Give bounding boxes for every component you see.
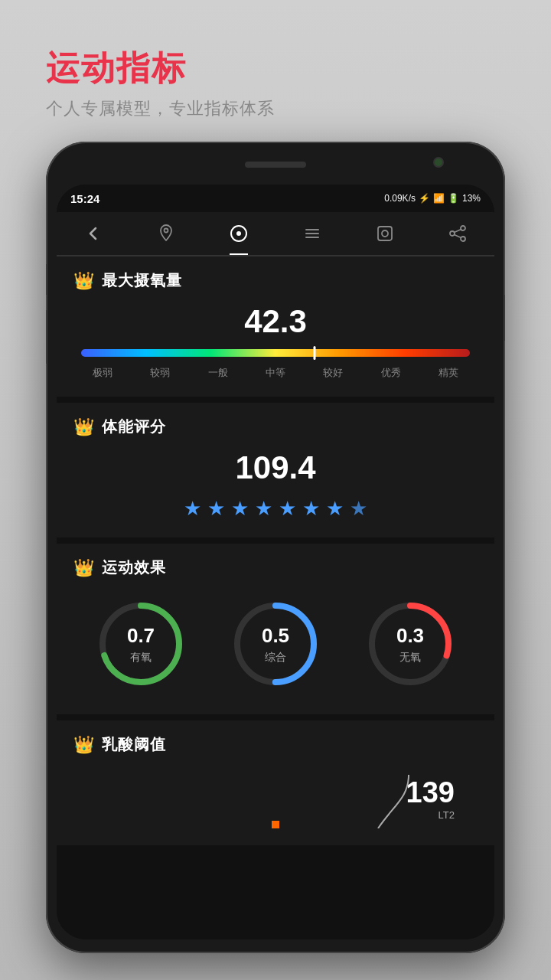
lactic-title: 乳酸阈值 xyxy=(102,734,166,755)
comprehensive-value: 0.5 xyxy=(262,624,289,648)
fitness-score-header: 👑 体能评分 xyxy=(73,416,478,437)
lactic-value-area: 139 LT2 xyxy=(406,776,455,821)
aerobic-circle: 0.7 有氧 xyxy=(95,598,187,690)
aerobic-center-text: 0.7 有氧 xyxy=(127,624,155,665)
nav-activity[interactable] xyxy=(225,220,253,247)
phone-screen: 15:24 0.09K/s ⚡ 📶 🔋 13% xyxy=(57,185,494,939)
crown-icon-fitness: 👑 xyxy=(73,417,94,437)
fitness-score-section: 👑 体能评分 109.4 ★ ★ ★ ★ ★ ★ ★ ★ xyxy=(57,403,494,537)
bar-label-0: 极弱 xyxy=(73,366,131,380)
svg-rect-6 xyxy=(378,227,392,240)
phone-camera xyxy=(433,157,444,168)
vo2max-marker xyxy=(313,346,315,360)
exercise-effect-header: 👑 运动效果 xyxy=(73,557,478,578)
vo2max-section: 👑 最大摄氧量 42.3 极弱 较弱 一般 中等 较好 优秀 精英 xyxy=(57,256,494,397)
status-right: 0.09K/s ⚡ 📶 🔋 13% xyxy=(384,193,481,204)
star-5: ★ xyxy=(279,497,296,521)
nav-list[interactable] xyxy=(298,220,326,247)
lactic-section: 👑 乳酸阈值 139 LT2 xyxy=(57,720,494,845)
wifi-icon: 📶 xyxy=(433,193,445,204)
anaerobic-center-text: 0.3 无氧 xyxy=(396,624,424,665)
nav-bar xyxy=(57,212,494,256)
phone-frame: 15:24 0.09K/s ⚡ 📶 🔋 13% xyxy=(46,142,505,953)
anaerobic-circle: 0.3 无氧 xyxy=(364,598,456,690)
aerobic-circle-wrap: 0.7 有氧 xyxy=(95,598,187,690)
title-area: 运动指标 个人专属模型，专业指标体系 xyxy=(46,46,275,120)
lactic-header: 👑 乳酸阈值 xyxy=(73,734,478,755)
svg-line-11 xyxy=(455,230,461,233)
bar-label-2: 一般 xyxy=(189,366,246,380)
nav-search[interactable] xyxy=(371,220,399,247)
star-2: ★ xyxy=(207,497,225,521)
lactic-sub-label: LT2 xyxy=(406,809,455,821)
stars-row: ★ ★ ★ ★ ★ ★ ★ ★ xyxy=(73,497,478,521)
star-1: ★ xyxy=(184,497,201,521)
comprehensive-center-text: 0.5 综合 xyxy=(262,624,289,665)
crown-icon-lactic: 👑 xyxy=(73,735,94,755)
lactic-number: 139 xyxy=(406,776,455,809)
bluetooth-icon: ⚡ xyxy=(419,193,430,204)
svg-point-7 xyxy=(382,230,388,237)
page-title: 运动指标 xyxy=(46,46,275,91)
phone-side-button-power xyxy=(504,295,505,341)
svg-point-9 xyxy=(450,231,455,236)
svg-point-8 xyxy=(461,226,465,230)
bar-label-4: 较好 xyxy=(305,366,362,380)
anaerobic-label: 无氧 xyxy=(396,651,424,665)
crown-icon-effect: 👑 xyxy=(73,558,94,578)
vo2max-color-bar xyxy=(81,349,470,357)
vo2max-value: 42.3 xyxy=(73,303,478,340)
bar-label-6: 精英 xyxy=(420,366,478,380)
fitness-score-value: 109.4 xyxy=(73,449,478,486)
exercise-effect-title: 运动效果 xyxy=(102,557,166,578)
battery-percent: 13% xyxy=(462,193,481,204)
vo2max-header: 👑 最大摄氧量 xyxy=(73,270,478,291)
vo2max-title: 最大摄氧量 xyxy=(102,270,182,291)
svg-point-2 xyxy=(236,231,241,236)
anaerobic-circle-wrap: 0.3 无氧 xyxy=(364,598,456,690)
nav-back[interactable] xyxy=(80,220,107,247)
crown-icon-vo2max: 👑 xyxy=(73,271,94,291)
svg-point-0 xyxy=(164,229,168,233)
aerobic-value: 0.7 xyxy=(127,624,155,648)
lactic-chart-area: 139 LT2 xyxy=(73,767,478,828)
scroll-content[interactable]: 👑 最大摄氧量 42.3 极弱 较弱 一般 中等 较好 优秀 精英 xyxy=(57,256,494,939)
svg-line-12 xyxy=(455,235,461,238)
nav-map[interactable] xyxy=(152,220,180,247)
comprehensive-label: 综合 xyxy=(262,651,289,665)
bar-label-1: 较弱 xyxy=(131,366,188,380)
phone-speaker xyxy=(245,162,306,168)
phone-side-button-vol-up xyxy=(46,264,47,295)
phone-side-button-vol-down xyxy=(46,310,47,364)
fitness-score-title: 体能评分 xyxy=(102,416,166,437)
bar-label-5: 优秀 xyxy=(362,366,419,380)
battery-icon: 🔋 xyxy=(448,193,459,204)
network-speed: 0.09K/s xyxy=(384,193,416,204)
svg-point-10 xyxy=(461,237,465,241)
comprehensive-circle: 0.5 综合 xyxy=(230,598,321,690)
exercise-effect-section: 👑 运动效果 0.7 有氧 xyxy=(57,544,494,714)
bar-labels: 极弱 较弱 一般 中等 较好 优秀 精英 xyxy=(73,366,478,380)
comprehensive-circle-wrap: 0.5 综合 xyxy=(230,598,321,690)
status-time: 15:24 xyxy=(70,192,99,205)
page-subtitle: 个人专属模型，专业指标体系 xyxy=(46,97,275,120)
anaerobic-value: 0.3 xyxy=(396,624,424,648)
status-bar: 15:24 0.09K/s ⚡ 📶 🔋 13% xyxy=(57,185,494,212)
star-7: ★ xyxy=(326,497,344,521)
effect-circles: 0.7 有氧 0.5 xyxy=(73,590,478,697)
star-8: ★ xyxy=(350,497,367,521)
aerobic-label: 有氧 xyxy=(127,651,155,665)
star-4: ★ xyxy=(255,497,272,521)
vo2max-bar-container xyxy=(81,349,470,357)
bar-label-3: 中等 xyxy=(246,366,304,380)
star-6: ★ xyxy=(302,497,320,521)
star-3: ★ xyxy=(231,497,249,521)
nav-share[interactable] xyxy=(444,220,471,247)
